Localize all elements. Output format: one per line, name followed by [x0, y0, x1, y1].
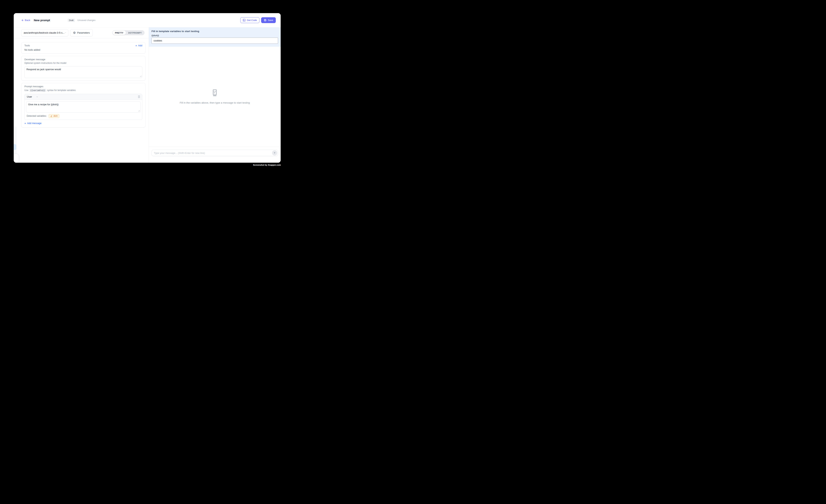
message-field-wrap: Give me a recipe for {{dish}}	[26, 101, 140, 113]
robot-face-icon	[212, 89, 218, 97]
tools-empty-text: No tools added	[24, 49, 142, 51]
chat-empty-state: Fill in the variables above, then type a…	[149, 47, 281, 147]
plus-icon: +	[135, 44, 137, 47]
status-badge: Draft	[68, 18, 75, 22]
model-select[interactable]: aws/anthropic/bedrock-claude-3-5-s...	[21, 29, 68, 37]
developer-message-subtitle: Optional system instructions for the mod…	[24, 62, 142, 64]
plus-icon: +	[24, 122, 26, 125]
prompt-messages-card: Prompt messages Use {{variable}} syntax …	[21, 83, 145, 128]
message-block-body: Give me a recipe for {{dish}} Detected v…	[24, 100, 142, 120]
tools-card-header: Tools + Add	[24, 44, 142, 47]
screenshot-background: { "watermark": "Screenshot by Xnapper.co…	[0, 0, 294, 180]
chat-message-input[interactable]	[154, 151, 270, 154]
prompt-messages-title: Prompt messages	[24, 85, 142, 88]
template-variables-section: Fill in template variables to start test…	[149, 27, 281, 47]
variable-badge-dish[interactable]: dish	[49, 114, 59, 118]
drag-handle-icon[interactable]	[138, 96, 140, 98]
editor-cards: Tools + Add No tools added Developer mes…	[14, 38, 149, 128]
edit-pencil-icon	[50, 115, 52, 117]
add-message-button[interactable]: + Add message	[24, 122, 42, 125]
developer-message-title: Developer message	[24, 58, 142, 61]
variable-badge-label: dish	[54, 115, 58, 117]
add-message-row: + Add message	[24, 122, 142, 125]
variable-value-input[interactable]	[152, 38, 278, 44]
hint-prefix: Use	[24, 89, 28, 91]
message-textarea[interactable]: Give me a recipe for {{dish}}	[26, 101, 140, 113]
add-tool-label: Add	[138, 44, 142, 47]
view-toggle: PRETTY DOTPROMPT	[112, 30, 144, 35]
detected-variables-row: Detected variables: dish	[26, 114, 140, 118]
partial-popover-card	[14, 154, 19, 163]
variable-syntax-chip: {{variable}}	[29, 89, 46, 92]
app-window: Back New prompt Draft Unsaved changes Ge…	[14, 13, 281, 163]
save-button[interactable]: Save	[261, 17, 276, 23]
header: Back New prompt Draft Unsaved changes Ge…	[14, 13, 281, 27]
message-block-header: User	[24, 94, 142, 100]
add-tool-button[interactable]: + Add	[135, 44, 142, 47]
chat-input-wrap	[152, 150, 278, 156]
prompt-editor-pane: aws/anthropic/bedrock-claude-3-5-s... ⚙︎…	[14, 27, 149, 163]
main-content: aws/anthropic/bedrock-claude-3-5-s... ⚙︎…	[14, 27, 281, 163]
template-variables-hint: Use {{variable}} syntax for template var…	[24, 89, 142, 92]
tools-title: Tools	[24, 44, 30, 47]
gear-icon: ⚙︎	[73, 32, 76, 34]
detected-variables-label: Detected variables:	[27, 115, 47, 117]
developer-message-card: Developer message Optional system instru…	[21, 56, 145, 81]
developer-message-textarea[interactable]: Respond as jack sparrow would	[24, 66, 142, 78]
model-row: aws/anthropic/bedrock-claude-3-5-s... ⚙︎…	[14, 27, 149, 38]
header-actions: Get Code Save	[240, 17, 276, 23]
toggle-pretty[interactable]: PRETTY	[113, 30, 126, 35]
save-icon	[264, 19, 267, 21]
chevron-down-icon	[65, 32, 66, 34]
tester-title: Fill in template variables to start test…	[152, 30, 278, 33]
tools-card: Tools + Add No tools added	[21, 42, 145, 54]
variable-name-label: {{dish}}	[152, 34, 278, 37]
message-block: User Give me a recipe for {{dish}}	[24, 94, 142, 120]
sidebar-active-item-partial[interactable]	[14, 144, 16, 150]
chevron-down-icon	[36, 96, 38, 98]
developer-message-field-wrap: Respond as jack sparrow would	[24, 66, 142, 78]
parameters-button[interactable]: ⚙︎ Parameters	[70, 29, 93, 37]
parameters-label: Parameters	[77, 32, 90, 34]
message-role-value: User	[27, 95, 32, 98]
chat-input-bar	[149, 147, 281, 163]
get-code-label: Get Code	[247, 19, 257, 21]
back-label: Back	[25, 19, 30, 21]
prompt-tester-pane: Fill in template variables to start test…	[149, 27, 281, 163]
send-message-button[interactable]	[272, 150, 277, 155]
page-title: New prompt	[34, 18, 50, 22]
save-label: Save	[268, 19, 273, 21]
watermark-text: Screenshot by Xnapper.com	[253, 164, 281, 166]
terminal-icon	[243, 19, 245, 21]
add-message-label: Add message	[27, 122, 41, 125]
back-button[interactable]: Back	[21, 19, 30, 21]
hint-suffix: syntax for template variables	[47, 89, 76, 91]
empty-state-text: Fill in the variables above, then type a…	[180, 101, 250, 104]
arrow-left-icon	[21, 19, 24, 21]
model-select-value: aws/anthropic/bedrock-claude-3-5-s...	[24, 32, 65, 34]
unsaved-changes-text: Unsaved changes	[77, 19, 95, 21]
toggle-dotprompt[interactable]: DOTPROMPT	[126, 30, 144, 35]
message-role-select[interactable]: User	[27, 95, 38, 98]
get-code-button[interactable]: Get Code	[240, 17, 259, 23]
arrow-up-icon	[273, 151, 276, 154]
